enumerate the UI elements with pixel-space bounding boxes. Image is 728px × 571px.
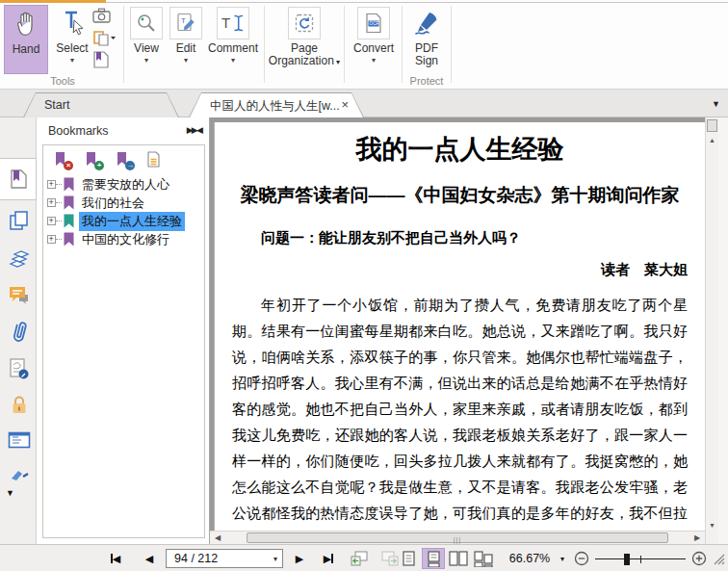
pdf-sign-label: PDFSign — [415, 42, 438, 67]
horizontal-scrollbar[interactable]: ◀ ||| ▶ — [210, 531, 705, 544]
next-page-button[interactable]: ▶ — [289, 545, 310, 571]
bookmarks-panel: Bookmarks ▶▶ ◀ × + → — [37, 117, 210, 544]
horizontal-scroll-thumb[interactable]: ||| — [247, 532, 668, 543]
continuous-view-button[interactable] — [422, 548, 445, 569]
pages-panel-button[interactable] — [3, 206, 36, 235]
more-panel-button[interactable] — [3, 460, 36, 489]
facing-view-button[interactable] — [447, 548, 470, 569]
ribbon-separator — [451, 6, 452, 83]
convert-button[interactable]: OCR Convert ▾ — [348, 5, 400, 74]
continuous-view-icon — [428, 551, 440, 567]
zoom-out-button[interactable] — [572, 545, 591, 571]
comment-dropdown-arrow[interactable]: ▾ — [231, 57, 235, 64]
edit-button[interactable]: T Edit ▾ — [168, 5, 204, 74]
bookmark-item[interactable]: 我们的社会 — [45, 194, 204, 212]
page-organization-button[interactable]: PageOrganization ▾ — [268, 5, 341, 74]
bookmark-item[interactable]: 需要安放的人心 — [45, 175, 204, 194]
bookmarks-panel-title: Bookmarks — [48, 124, 109, 138]
document-canvas[interactable]: 我的一点人生经验 梁晓声答读者问——《中国妇女杂志》第十期询问作家 问题一：能让… — [210, 117, 705, 544]
tab-start[interactable]: Start — [23, 92, 179, 117]
fields-panel-button[interactable] — [3, 426, 36, 454]
previous-view-button[interactable] — [347, 545, 372, 571]
zoom-slider[interactable] — [595, 558, 686, 560]
pen-sign-icon — [413, 7, 440, 39]
zoom-slider-thumb[interactable] — [624, 554, 630, 565]
select-tool-button[interactable]: Select ▾ — [50, 5, 94, 74]
expand-plus-icon[interactable] — [47, 198, 56, 207]
single-page-view-button[interactable] — [397, 548, 420, 569]
panel-overflow-icon[interactable]: ▼ — [6, 488, 14, 498]
resize-grip[interactable] — [711, 545, 726, 571]
expand-plus-icon[interactable] — [47, 217, 56, 225]
ribbon-separator — [123, 6, 124, 83]
ribbon-toolbar: Hand Select ▾ View ▾ — [0, 0, 728, 90]
tab-document-label: 中国人的人性与人生[w... — [210, 98, 340, 115]
document-subtitle: 梁晓声答读者问——《中国妇女杂志》第十期询问作家 — [232, 183, 688, 208]
edit-label: Edit — [176, 42, 196, 55]
delete-bookmark-button[interactable]: × — [53, 151, 70, 169]
page-indicator[interactable]: 94 / 212 — [167, 552, 269, 565]
last-page-button[interactable]: ▶ — [316, 545, 341, 571]
bookmarks-panel-button[interactable] — [0, 158, 37, 200]
magnifier-icon — [130, 7, 163, 39]
scroll-right-icon[interactable]: ▶ — [689, 533, 705, 542]
comment-button[interactable]: T Comment ▾ — [204, 5, 262, 74]
scroll-down-icon[interactable]: ▼ — [706, 522, 718, 529]
vertical-scroll-thumb[interactable] — [707, 119, 717, 132]
bookmark-item-selected[interactable]: 我的一点人生经验 — [45, 212, 204, 230]
clipboard-paste-icon[interactable] — [92, 28, 121, 47]
document-body-text: 年初开了一个小饭馆，前期为了攒人气，免费请朋友吃了两个星期。结果有一位闺蜜每星期… — [232, 292, 688, 531]
status-bar: ◀ ◀ 94 / 212 ▾ ▶ ▶ 66.67% ▾ — [0, 544, 728, 571]
paperclip-icon — [10, 321, 29, 344]
digital-signatures-panel-button[interactable] — [3, 354, 36, 383]
continuous-facing-view-button[interactable] — [472, 548, 495, 569]
panel-expand-collapse-icons[interactable]: ▶▶ ◀ — [187, 125, 201, 135]
comments-panel-button[interactable] — [3, 281, 36, 310]
zoom-level-value[interactable]: 66.67% — [505, 545, 555, 571]
convert-dropdown-arrow[interactable]: ▾ — [372, 57, 376, 64]
tab-list-dropdown-icon[interactable]: ▼ — [712, 99, 720, 109]
app-window: Hand Select ▾ View ▾ — [0, 0, 728, 571]
page-number-combo[interactable]: 94 / 212 ▾ — [166, 549, 283, 568]
snapshot-camera-icon[interactable] — [92, 6, 121, 25]
bookmark-flag-icon — [63, 195, 75, 210]
svg-text:OCR: OCR — [370, 21, 380, 26]
layers-panel-icon — [8, 249, 31, 269]
bookmark-options-button[interactable] — [145, 151, 163, 169]
zoom-dropdown-icon[interactable]: ▾ — [557, 545, 568, 571]
add-bookmark-button[interactable]: + — [84, 151, 101, 169]
scroll-up-icon[interactable]: ▲ — [706, 137, 718, 143]
single-page-view-icon — [403, 551, 415, 566]
document-byline: 读者 菜大姐 — [232, 261, 688, 279]
facing-view-icon — [449, 551, 468, 566]
layers-panel-button[interactable] — [3, 245, 36, 273]
pdf-sign-button[interactable]: PDFSign — [404, 5, 449, 74]
view-button[interactable]: View ▾ — [127, 5, 166, 74]
edit-page-icon: T — [169, 7, 202, 39]
attachments-panel-button[interactable] — [3, 318, 36, 347]
tab-close-icon[interactable]: × — [341, 97, 349, 112]
tab-document[interactable]: 中国人的人性与人生[w... × — [189, 92, 364, 117]
previous-page-button[interactable]: ◀ — [139, 545, 160, 571]
scroll-left-icon[interactable]: ◀ — [210, 533, 225, 542]
locate-bookmark-button[interactable]: → — [115, 151, 132, 169]
main-area: ▼ Bookmarks ▶▶ ◀ × + — [0, 117, 728, 544]
document-title: 我的一点人生经验 — [232, 132, 688, 167]
hand-tool-button[interactable]: Hand — [4, 5, 48, 74]
bookmark-page-icon[interactable] — [92, 50, 121, 69]
hand-tool-label: Hand — [13, 43, 40, 56]
vertical-scrollbar[interactable]: ▲ ▼ — [705, 117, 718, 544]
lock-icon — [10, 395, 29, 416]
right-gutter — [718, 117, 728, 544]
first-page-button[interactable]: ◀ — [104, 545, 127, 571]
bookmark-item[interactable]: 中国的文化修行 — [45, 230, 204, 248]
select-dropdown-arrow[interactable]: ▾ — [70, 57, 74, 64]
view-dropdown-arrow[interactable]: ▾ — [144, 57, 148, 64]
expand-plus-icon[interactable] — [47, 180, 56, 189]
edit-dropdown-arrow[interactable]: ▾ — [184, 57, 188, 64]
ribbon-separator — [402, 6, 403, 83]
security-panel-button[interactable] — [3, 391, 36, 420]
page-combo-dropdown-icon[interactable]: ▾ — [269, 555, 282, 563]
zoom-in-button[interactable] — [689, 545, 709, 571]
expand-plus-icon[interactable] — [47, 235, 56, 244]
